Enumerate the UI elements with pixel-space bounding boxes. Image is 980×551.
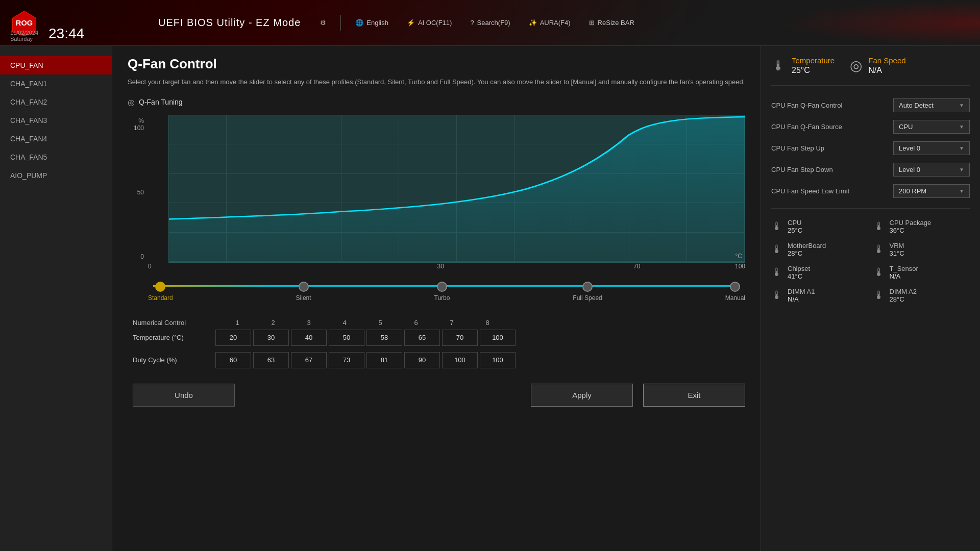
thermometer-icon: 🌡 <box>771 57 786 74</box>
nav-search[interactable]: ? Search(F9) <box>466 17 514 29</box>
day-label: Saturday <box>10 36 33 42</box>
resize-bar-label: ReSize BAR <box>598 19 634 27</box>
center-panel: Q-Fan Control Select your target fan and… <box>112 46 761 551</box>
col-header-6: 6 <box>398 317 434 329</box>
duty-cell-4[interactable]: 73 <box>329 352 364 368</box>
fan-curve-chart[interactable]: °C <box>168 115 745 263</box>
chipset-sensor-values: Chipset 41°C <box>788 265 810 280</box>
vrm-sensor-value: 31°C <box>890 249 904 257</box>
y-label-50: 50 <box>128 189 144 196</box>
datetime-area: 11/02/2024 Saturday <box>10 30 38 42</box>
fan-list-item-cha-fan4[interactable]: CHA_FAN4 <box>0 130 112 148</box>
time-label: 23:44 <box>48 26 84 41</box>
q-fan-control-value: Auto Detect <box>899 102 934 109</box>
node-circle-full-speed[interactable] <box>582 282 593 292</box>
temp-cell-1[interactable]: 20 <box>215 330 251 346</box>
slider-node-standard[interactable]: Standard <box>148 282 173 302</box>
nav-settings[interactable]: ⚙ <box>316 17 330 29</box>
node-label-standard: Standard <box>148 294 173 302</box>
fan-list-item-cha-fan5[interactable]: CHA_FAN5 <box>0 148 112 166</box>
slider-node-silent[interactable]: Silent <box>296 282 311 302</box>
cpu-package-sensor-name: CPU Package <box>890 219 932 227</box>
temp-cell-8[interactable]: 100 <box>480 330 516 346</box>
fan-step-up-label: CPU Fan Step Up <box>771 144 824 152</box>
node-circle-turbo[interactable] <box>437 282 447 292</box>
vrm-sensor-name: VRM <box>890 242 904 249</box>
temp-cell-3[interactable]: 40 <box>291 330 327 346</box>
fan-list-item-cha-fan2[interactable]: CHA_FAN2 <box>0 93 112 111</box>
duty-cell-6[interactable]: 90 <box>404 352 440 368</box>
sensors-divider <box>771 208 970 209</box>
page-desc: Select your target fan and then move the… <box>128 77 745 87</box>
chipset-sensor-value: 41°C <box>788 272 810 280</box>
node-circle-manual[interactable] <box>730 282 740 292</box>
temp-cell-7[interactable]: 70 <box>442 330 478 346</box>
duty-cell-5[interactable]: 81 <box>366 352 402 368</box>
chipset-sensor-icon: 🌡 <box>771 266 782 279</box>
nav-ai-oc[interactable]: ⚡ AI OC(F11) <box>403 17 456 29</box>
duty-cell-2[interactable]: 63 <box>253 352 289 368</box>
num-col-headers: 1 2 3 4 5 6 7 8 <box>219 317 505 329</box>
col-header-5: 5 <box>362 317 398 329</box>
temperature-value: 25°C <box>792 66 835 75</box>
nav-language[interactable]: 🌐 English <box>351 17 393 29</box>
nav-aura[interactable]: ✨ AURA(F4) <box>525 17 575 29</box>
sensor-chipset: 🌡 Chipset 41°C <box>771 265 868 280</box>
dimm-a1-sensor-name: DIMM A1 <box>788 288 815 295</box>
duty-cycle-row: Duty Cycle (%) 60 63 67 73 81 90 100 100 <box>133 351 745 369</box>
fan-list-item-cha-fan1[interactable]: CHA_FAN1 <box>0 74 112 93</box>
slider-node-full-speed[interactable]: Full Speed <box>573 282 602 302</box>
apply-button[interactable]: Apply <box>531 384 633 407</box>
sensor-cpu-package: 🌡 CPU Package 36°C <box>873 219 970 234</box>
profile-slider[interactable]: Standard Silent Turbo Full Speed Manual <box>148 285 745 307</box>
temp-cell-4[interactable]: 50 <box>329 330 364 346</box>
q-fan-control-dropdown[interactable]: Auto Detect ▼ <box>893 98 970 112</box>
fan-step-down-label: CPU Fan Step Down <box>771 166 833 173</box>
fan-step-up-arrow: ▼ <box>959 145 964 151</box>
fan-list-item-cha-fan3[interactable]: CHA_FAN3 <box>0 111 112 130</box>
temp-cell-5[interactable]: 58 <box>366 330 402 346</box>
nav-resize-bar[interactable]: ⊞ ReSize BAR <box>585 17 639 29</box>
exit-button[interactable]: Exit <box>643 384 745 407</box>
fan-step-up-value: Level 0 <box>899 144 920 152</box>
q-fan-tuning-icon: ◎ <box>128 97 135 107</box>
slider-node-turbo[interactable]: Turbo <box>434 282 450 302</box>
dimm-a1-sensor-icon: 🌡 <box>771 289 782 302</box>
fan-list-panel: CPU_FAN CHA_FAN1 CHA_FAN2 CHA_FAN3 CHA_F… <box>0 46 112 551</box>
node-circle-standard[interactable] <box>155 282 165 292</box>
node-circle-silent[interactable] <box>299 282 309 292</box>
fan-step-down-dropdown[interactable]: Level 0 ▼ <box>893 163 970 177</box>
duty-cell-3[interactable]: 67 <box>291 352 327 368</box>
fan-step-up-dropdown[interactable]: Level 0 ▼ <box>893 141 970 155</box>
speed-low-limit-arrow: ▼ <box>959 188 964 194</box>
sensors-grid: 🌡 CPU 25°C 🌡 CPU Package 36°C 🌡 MotherBo… <box>771 219 970 303</box>
temp-cell-6[interactable]: 65 <box>404 330 440 346</box>
q-fan-tuning-text: Q-Fan Tuning <box>139 98 183 106</box>
num-header-label-col: Numerical Control <box>133 318 219 327</box>
chipset-sensor-name: Chipset <box>788 265 810 272</box>
temp-cell-2[interactable]: 30 <box>253 330 289 346</box>
main-content: CPU_FAN CHA_FAN1 CHA_FAN2 CHA_FAN3 CHA_F… <box>0 46 980 551</box>
num-control-header-label: Numerical Control <box>133 319 186 327</box>
q-fan-source-label: CPU Fan Q-Fan Source <box>771 123 842 131</box>
duty-cell-7[interactable]: 100 <box>442 352 478 368</box>
setting-q-fan-control: CPU Fan Q-Fan Control Auto Detect ▼ <box>771 98 970 112</box>
duty-cell-1[interactable]: 60 <box>215 352 251 368</box>
fan-speed-label: Fan Speed <box>868 56 905 65</box>
right-panel: 🌡 Temperature 25°C ◎ Fan Speed N/A CPU F… <box>761 46 980 551</box>
button-spacer <box>245 384 521 407</box>
cpu-sensor-values: CPU 25°C <box>788 219 802 234</box>
q-fan-source-dropdown[interactable]: CPU ▼ <box>893 120 970 134</box>
temperature-metric: 🌡 Temperature 25°C <box>771 56 835 75</box>
dimm-a1-sensor-values: DIMM A1 N/A <box>788 288 815 303</box>
speed-low-limit-dropdown[interactable]: 200 RPM ▼ <box>893 184 970 198</box>
q-fan-tuning-label: ◎ Q-Fan Tuning <box>128 97 745 107</box>
numerical-control-section: Numerical Control 1 2 3 4 5 6 7 8 Temper… <box>133 317 745 373</box>
undo-button[interactable]: Undo <box>133 384 235 407</box>
duty-cell-8[interactable]: 100 <box>480 352 516 368</box>
x-tick-70: 70 <box>538 263 734 270</box>
fan-list-item-cpu-fan[interactable]: CPU_FAN <box>0 56 112 74</box>
slider-node-manual[interactable]: Manual <box>725 282 745 302</box>
sensor-cpu: 🌡 CPU 25°C <box>771 219 868 234</box>
fan-list-item-aio-pump[interactable]: AIO_PUMP <box>0 166 112 185</box>
